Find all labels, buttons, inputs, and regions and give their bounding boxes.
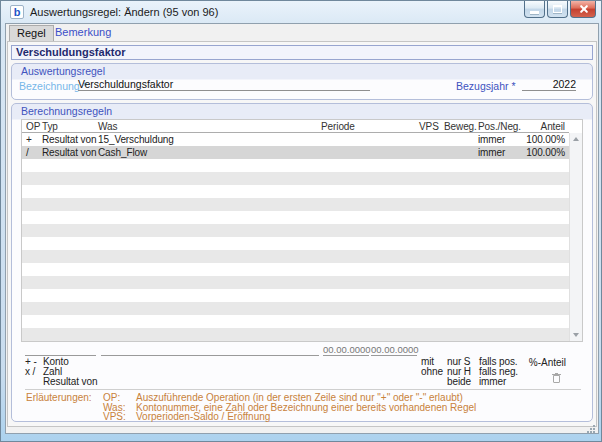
- column-header-was: Was: [98, 121, 117, 132]
- erlaeuterung-text: Vorperioden-Saldo / Eröffnung: [136, 411, 270, 422]
- bezeichnung-input[interactable]: Verschuldungsfaktor: [78, 78, 370, 91]
- table-empty-row: [22, 276, 569, 289]
- close-button[interactable]: [570, 1, 596, 18]
- cell-op: +: [26, 134, 32, 145]
- entry-field-typ[interactable]: [25, 344, 96, 356]
- group-auswertungsregel: Auswertungsregel Bezeichnung * Verschuld…: [11, 63, 593, 100]
- column-header-vps: VPS: [419, 121, 439, 132]
- scroll-up-button[interactable]: [570, 133, 582, 145]
- entry-field-periode-von[interactable]: 00.00.0000: [323, 344, 369, 356]
- chevron-up-icon: [573, 137, 579, 141]
- table-empty-row: [22, 289, 569, 302]
- legend-pos-neg-line: immer: [479, 377, 518, 387]
- legend-beweg-line: beide: [447, 377, 471, 387]
- cell-anteil: 100.00%: [526, 147, 565, 158]
- table-empty-row: [22, 302, 569, 315]
- table-empty-row: [22, 250, 569, 263]
- vertical-scrollbar[interactable]: [569, 133, 582, 341]
- legend-typ: Konto Zahl Resultat von: [43, 357, 97, 387]
- erlaeuterung-term: VPS:: [103, 411, 126, 422]
- legend-beweg: nur S nur H beide: [447, 357, 471, 387]
- group-auswertungsregel-label: Auswertungsregel: [21, 65, 105, 77]
- legend-vps-line: ohne: [421, 367, 443, 377]
- cell-typ: Resultat von: [42, 147, 96, 158]
- table-empty-row: [22, 185, 569, 198]
- table-row-selected[interactable]: / Resultat von Cash_Flow immer 100.00%: [22, 146, 569, 159]
- column-header-periode: Periode: [321, 121, 355, 132]
- minimize-icon: [530, 11, 539, 14]
- tab-bemerkung[interactable]: Bemerkung: [48, 25, 118, 41]
- table-row[interactable]: + Resultat von 15_Verschuldung immer 100…: [22, 133, 569, 146]
- column-header-anteil: Anteil: [541, 121, 565, 132]
- maximize-icon: [553, 5, 562, 13]
- divider: [25, 389, 581, 390]
- minimize-button[interactable]: [524, 1, 545, 18]
- cell-was: 15_Verschuldung: [98, 134, 174, 145]
- table-empty-row: [22, 224, 569, 237]
- table-empty-row: [22, 159, 569, 172]
- rules-table: OP Typ Was Periode VPS Beweg. Pos./Neg. …: [21, 119, 583, 342]
- erlaeuterung-vps: VPS: Vorperioden-Saldo / Eröffnung: [12, 411, 592, 421]
- bezeichnung-label: Bezeichnung *: [19, 80, 87, 92]
- trash-icon[interactable]: [552, 372, 561, 383]
- rule-name-header: Verschuldungsfaktor: [11, 45, 593, 60]
- title-bar: b Auswertungsregel: Ändern (95 von 96): [1, 1, 601, 23]
- bezugsjahr-label: Bezugsjahr *: [456, 80, 516, 92]
- table-empty-row: [22, 315, 569, 328]
- table-empty-row: [22, 172, 569, 185]
- window-title: Auswertungsregel: Ändern (95 von 96): [30, 6, 218, 18]
- cell-typ: Resultat von: [42, 134, 96, 145]
- scroll-down-button[interactable]: [570, 329, 582, 341]
- erlaeuterung-op: OP: Auszuführende Operation (in der erst…: [12, 392, 592, 402]
- table-empty-rows: [22, 159, 569, 341]
- column-header-beweg: Beweg.: [444, 121, 477, 132]
- group-berechnungsregeln-label: Berechnungsregeln: [21, 105, 112, 117]
- cell-pos-neg: immer: [478, 134, 505, 145]
- column-header-pos-neg: Pos./Neg.: [478, 121, 521, 132]
- legend-vps: mit ohne: [421, 357, 443, 377]
- table-empty-row: [22, 198, 569, 211]
- column-header-typ: Typ: [42, 121, 58, 132]
- legend-op-line: x /: [25, 367, 37, 377]
- legend-pos-neg: falls pos. falls neg. immer: [479, 357, 518, 387]
- table-header-row: OP Typ Was Periode VPS Beweg. Pos./Neg. …: [22, 120, 569, 133]
- cell-op: /: [26, 147, 29, 158]
- dialog-window: b Auswertungsregel: Ändern (95 von 96) R…: [0, 0, 602, 442]
- group-berechnungsregeln: Berechnungsregeln OP Typ Was Periode VPS…: [11, 103, 593, 422]
- legend-op: + - x /: [25, 357, 37, 377]
- app-icon: b: [10, 5, 24, 19]
- entry-field-periode-bis[interactable]: 00.00.0000: [371, 344, 417, 356]
- legend-anteil-label: %-Anteil: [529, 357, 566, 368]
- table-empty-row: [22, 237, 569, 250]
- cell-pos-neg: immer: [478, 147, 505, 158]
- column-header-op: OP: [26, 121, 40, 132]
- table-empty-row: [22, 211, 569, 224]
- close-icon: [578, 4, 590, 14]
- cell-anteil: 100.00%: [526, 134, 565, 145]
- legend-typ-line: Resultat von: [43, 377, 97, 387]
- table-empty-row: [22, 263, 569, 276]
- cell-was: Cash_Flow: [98, 147, 147, 158]
- resize-grip[interactable]: [585, 423, 596, 434]
- maximize-button[interactable]: [547, 1, 568, 18]
- chevron-down-icon: [573, 333, 579, 337]
- erlaeuterung-was: Was: Kontonummer, eine Zahl oder Bezeich…: [12, 402, 592, 412]
- bezugsjahr-input[interactable]: 2022: [522, 78, 576, 91]
- table-empty-row: [22, 328, 569, 341]
- entry-field-was[interactable]: [101, 344, 319, 356]
